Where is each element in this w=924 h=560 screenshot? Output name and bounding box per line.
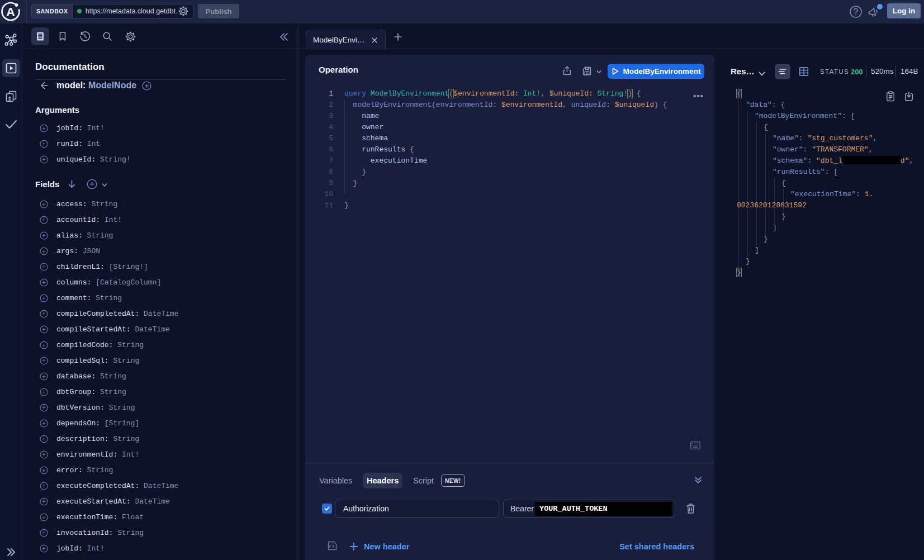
svg-text:A: A — [6, 5, 15, 19]
